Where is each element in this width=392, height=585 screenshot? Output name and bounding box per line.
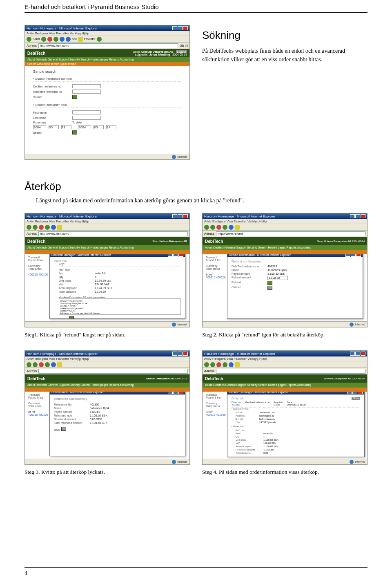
step-row-1: Hsn.com Homepage - Microsoft Internet Ex… bbox=[24, 213, 368, 338]
from-day[interactable]: 13 bbox=[61, 125, 71, 129]
globe-icon bbox=[172, 155, 176, 159]
caption-step1: Steg1. Klicka på "refund" längst ner på … bbox=[24, 332, 190, 338]
history-icon[interactable] bbox=[97, 37, 102, 42]
search-form: Simple search ▪ Search reference number … bbox=[25, 66, 189, 154]
to-year[interactable]: 2004 bbox=[78, 125, 91, 129]
to-day[interactable]: 14 bbox=[106, 125, 116, 129]
to-month[interactable]: 05 bbox=[94, 125, 104, 129]
search-button-2[interactable] bbox=[72, 130, 77, 134]
window-titlebar: Hsn.com Homepage - Microsoft Internet Ex… bbox=[25, 25, 189, 31]
caption-step3: Steg 3. Kvitto på att återköp lyckats. bbox=[24, 469, 190, 475]
home-icon[interactable] bbox=[60, 37, 65, 42]
screenshot-simple-search: Hsn.com Homepage - Microsoft Internet Ex… bbox=[24, 25, 190, 160]
lastname-input[interactable] bbox=[72, 116, 101, 120]
statusbar: Internet bbox=[25, 154, 189, 159]
refund-confirm-button[interactable] bbox=[267, 281, 272, 285]
caption-step2: Steg 2. Klicka på "refund" igen för att … bbox=[202, 332, 368, 338]
doc-title: E-handel och betalkort i Pyramid Busines… bbox=[24, 3, 159, 10]
aterkop-title: Återköp bbox=[24, 180, 368, 193]
form-title: Simple search bbox=[33, 69, 181, 74]
from-month[interactable]: 05 bbox=[49, 125, 59, 129]
menubar[interactable]: Arkiv Redigera Visa Favoriter Verktyg Hj… bbox=[25, 31, 189, 36]
maximize-icon[interactable] bbox=[178, 26, 183, 30]
addr-label: Adress bbox=[27, 44, 37, 47]
go-label[interactable]: Gå till bbox=[180, 44, 188, 47]
refresh-icon[interactable] bbox=[53, 37, 58, 42]
stop-icon[interactable] bbox=[47, 37, 52, 42]
aterkop-intro: Längst ned på sidan med orderinformation… bbox=[36, 196, 368, 205]
firstname-input[interactable] bbox=[72, 110, 101, 114]
sokning-text: På DebiTechs webbplats finns både en enk… bbox=[202, 47, 368, 64]
main-nav[interactable]: About Debitech General Support Security … bbox=[25, 57, 189, 62]
browser-toolbar: Bakåt Sök Favoriter bbox=[25, 36, 189, 43]
search-icon[interactable] bbox=[66, 37, 71, 42]
sokning-title: Sökning bbox=[202, 29, 368, 42]
back-label: Bakåt bbox=[33, 38, 40, 40]
search-button[interactable] bbox=[72, 95, 77, 99]
screenshot-step2: Hsn.com Homepage - Microsoft Internet Ex… bbox=[202, 213, 368, 327]
sokning-section: Hsn.com Homepage - Microsoft Internet Ex… bbox=[24, 25, 368, 160]
screenshot-step4: Hsn.com Homepage - Microsoft Internet Ex… bbox=[202, 350, 368, 465]
window-controls bbox=[172, 26, 188, 30]
refund-button[interactable] bbox=[69, 316, 74, 318]
ref-section-header: ▪ Search reference number bbox=[33, 77, 181, 82]
merchant-ref-input[interactable] bbox=[72, 90, 101, 94]
close-icon[interactable] bbox=[183, 26, 188, 30]
forward-icon[interactable] bbox=[41, 37, 46, 42]
window-title: Hsn.com Homepage - Microsoft Internet Ex… bbox=[27, 27, 98, 30]
sub-nav[interactable]: Search Advanced search Quick refund bbox=[25, 62, 189, 66]
fav-label: Favoriter bbox=[84, 38, 96, 40]
screenshot-step3: Hsn.com Homepage - Microsoft Internet Ex… bbox=[24, 350, 190, 465]
address-input[interactable]: http://www.hsn.com/ bbox=[38, 43, 178, 48]
cancel-button[interactable] bbox=[267, 286, 272, 290]
debitech-ref-input[interactable] bbox=[72, 84, 101, 88]
step-row-2: Hsn.com Homepage - Microsoft Internet Ex… bbox=[24, 350, 368, 475]
debitech-logo: DebiTech bbox=[27, 51, 45, 56]
caption-step4: Steg 4. På sidan med orderinformation vi… bbox=[202, 469, 368, 475]
cust-section-header: ▪ Search customer data bbox=[33, 103, 181, 108]
back-button[interactable] bbox=[61, 427, 66, 431]
favorites-icon[interactable] bbox=[78, 37, 83, 42]
search-label: Sök bbox=[72, 38, 77, 40]
screenshot-step1: Hsn.com Homepage - Microsoft Internet Ex… bbox=[24, 213, 190, 327]
page-number: 4 bbox=[24, 567, 368, 577]
minimize-icon[interactable] bbox=[172, 26, 177, 30]
page-header: E-handel och betalkort i Pyramid Busines… bbox=[24, 0, 368, 13]
back-icon[interactable] bbox=[27, 37, 31, 42]
addressbar: Adress http://www.hsn.com/ Gå till bbox=[25, 43, 189, 49]
debitech-header: DebiTech Shop: Unikum Datasystem AB Logo… bbox=[25, 49, 189, 57]
from-year[interactable]: 2004 bbox=[33, 125, 46, 129]
page-content: DebiTech Shop: Unikum Datasystem AB Logo… bbox=[25, 49, 189, 154]
